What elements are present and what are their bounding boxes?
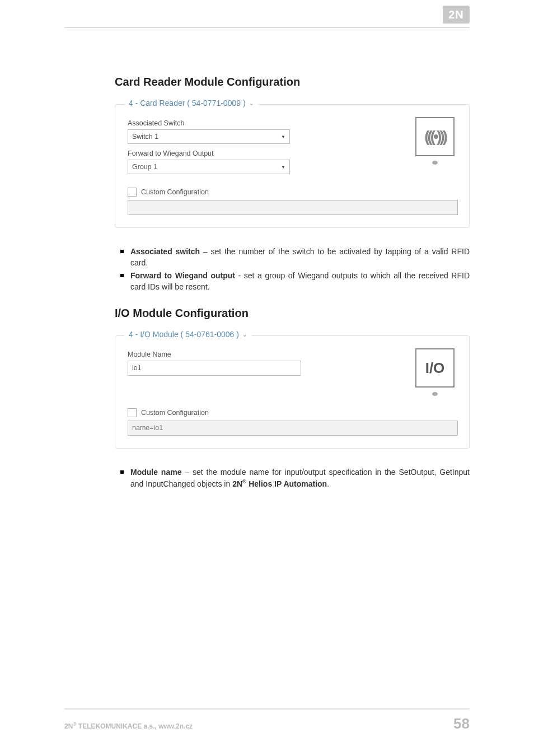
thumbnail-dot-icon [432,392,438,396]
bullet-module-name: Module name – set the module name for in… [120,466,470,489]
module-name-label: Module Name [128,351,301,358]
io-module-bullets: Module name – set the module name for in… [120,466,470,489]
io-module-thumbnail: I/O [411,348,459,396]
module-name-input[interactable]: io1 [128,361,301,376]
forward-wiegand-label: Forward to Wiegand Output [128,150,290,157]
card-reader-thumbnail: (((•))) [411,117,459,165]
custom-config-label-io: Custom Configuration [141,409,209,417]
card-reader-legend-text: 4 - Card Reader ( 54-0771-0009 ) [129,99,246,108]
dropdown-arrow-icon: ▼ [281,134,285,139]
io-module-legend[interactable]: 4 - I/O Module ( 54-0761-0006 ) ⌄ [124,330,251,339]
chevron-down-icon: ⌄ [242,332,247,338]
rfid-icon: (((•))) [424,128,446,146]
io-module-legend-text: 4 - I/O Module ( 54-0761-0006 ) [129,330,239,339]
header-divider [64,27,470,28]
page-footer: 2N® TELEKOMUNIKACE a.s., www.2n.cz 58 [64,708,470,732]
associated-switch-label: Associated Switch [128,119,290,127]
custom-config-input-io[interactable]: name=io1 [128,421,458,436]
bullet-forward-wiegand: Forward to Wiegand output - set a group … [120,270,470,293]
page-number: 58 [453,715,470,732]
thumbnail-frame: I/O [415,348,455,388]
io-module-heading: I/O Module Configuration [115,307,470,320]
thumbnail-frame: (((•))) [415,117,455,156]
card-reader-bullets: Associated switch – set the number of th… [120,246,470,292]
custom-config-label: Custom Configuration [141,188,209,196]
custom-config-checkbox-io[interactable] [128,408,137,417]
forward-wiegand-select[interactable]: Group 1 ▼ [128,160,290,174]
bullet-associated-switch: Associated switch – set the number of th… [120,246,470,269]
card-reader-legend[interactable]: 4 - Card Reader ( 54-0771-0009 ) ⌄ [124,99,258,108]
thumbnail-dot-icon [432,161,438,165]
io-icon: I/O [425,360,445,377]
io-module-config-panel: 4 - I/O Module ( 54-0761-0006 ) ⌄ Module… [115,335,470,449]
dropdown-arrow-icon: ▼ [281,165,285,170]
associated-switch-select[interactable]: Switch 1 ▼ [128,129,290,144]
brand-logo: 2N [443,6,470,24]
brand-logo-text: 2N [448,8,464,21]
card-reader-config-panel: 4 - Card Reader ( 54-0771-0009 ) ⌄ Assoc… [115,104,470,228]
card-reader-heading: Card Reader Module Configuration [115,76,470,88]
custom-config-input[interactable] [128,200,458,215]
footer-company: 2N® TELEKOMUNIKACE a.s., www.2n.cz [64,721,193,730]
chevron-down-icon: ⌄ [249,100,254,106]
forward-wiegand-value: Group 1 [132,163,157,171]
associated-switch-value: Switch 1 [132,133,158,141]
custom-config-checkbox[interactable] [128,188,137,197]
